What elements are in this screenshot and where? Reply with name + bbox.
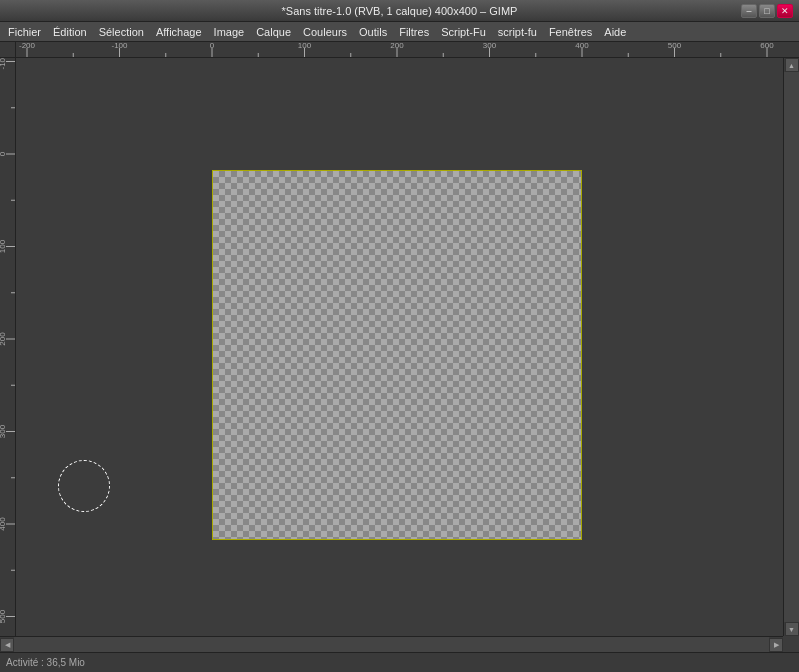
title-bar: *Sans titre-1.0 (RVB, 1 calque) 400x400 … xyxy=(0,0,799,22)
maximize-button[interactable]: □ xyxy=(759,4,775,18)
menu-item-affichage[interactable]: Affichage xyxy=(150,24,208,40)
menu-item-outils[interactable]: Outils xyxy=(353,24,393,40)
minimize-button[interactable]: – xyxy=(741,4,757,18)
ruler-left xyxy=(0,42,16,656)
menu-item-dition[interactable]: Édition xyxy=(47,24,93,40)
menu-item-fichier[interactable]: Fichier xyxy=(2,24,47,40)
close-button[interactable]: ✕ xyxy=(777,4,793,18)
ruler-corner xyxy=(0,42,16,58)
ruler-top xyxy=(16,42,799,58)
canvas-image[interactable] xyxy=(212,170,582,540)
scroll-track-vertical[interactable] xyxy=(784,72,799,622)
menu-item-calque[interactable]: Calque xyxy=(250,24,297,40)
menu-item-scriptfu[interactable]: script-fu xyxy=(492,24,543,40)
scroll-up-arrow[interactable]: ▲ xyxy=(785,58,799,72)
status-bar: Activité : 36,5 Mio xyxy=(0,652,799,672)
menu-item-filtres[interactable]: Filtres xyxy=(393,24,435,40)
scroll-down-arrow[interactable]: ▼ xyxy=(785,622,799,636)
scroll-left-arrow[interactable]: ◀ xyxy=(0,638,14,652)
selection-ellipse xyxy=(58,460,110,512)
right-scrollbar[interactable]: ▲ ▼ xyxy=(783,58,799,636)
scroll-right-arrow[interactable]: ▶ xyxy=(769,638,783,652)
menu-item-couleurs[interactable]: Couleurs xyxy=(297,24,353,40)
status-text: Activité : 36,5 Mio xyxy=(6,657,85,668)
scroll-track-horizontal[interactable] xyxy=(14,637,769,652)
menu-item-scriptfu[interactable]: Script-Fu xyxy=(435,24,492,40)
window-controls: – □ ✕ xyxy=(741,4,793,18)
menu-item-image[interactable]: Image xyxy=(208,24,251,40)
menu-item-fentres[interactable]: Fenêtres xyxy=(543,24,598,40)
canvas-area[interactable] xyxy=(16,58,783,640)
window-title: *Sans titre-1.0 (RVB, 1 calque) 400x400 … xyxy=(58,5,741,17)
bottom-scrollbar[interactable]: ◀ ▶ xyxy=(0,636,783,652)
menu-bar: FichierÉditionSélectionAffichageImageCal… xyxy=(0,22,799,42)
menu-item-aide[interactable]: Aide xyxy=(598,24,632,40)
menu-item-slection[interactable]: Sélection xyxy=(93,24,150,40)
